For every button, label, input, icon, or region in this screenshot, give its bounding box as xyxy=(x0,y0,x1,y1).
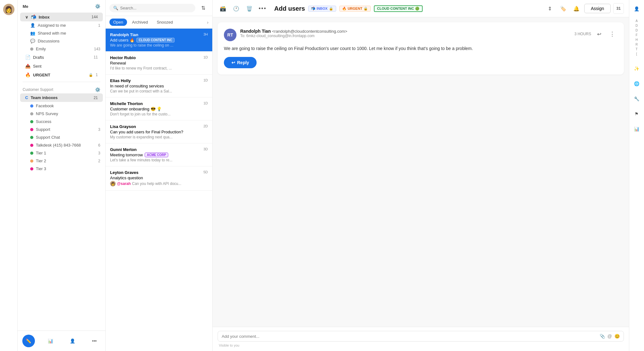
message-time-5: 3D xyxy=(203,147,208,151)
sidebar-item-shared[interactable]: 👥 Shared with me xyxy=(18,29,105,37)
shared-label: Shared with me xyxy=(38,31,66,36)
sidebar-item-team-inboxes[interactable]: C Team inboxes 21 xyxy=(20,93,103,102)
right-contacts-icon[interactable]: 👤 xyxy=(632,4,642,14)
right-tool-icon[interactable]: 🔧 xyxy=(632,94,642,104)
message-subject-2: In need of consulting services xyxy=(110,84,208,88)
sidebar-item-sent[interactable]: 📤 Sent xyxy=(20,62,103,70)
message-sender-6: Leyton Graves xyxy=(110,170,138,175)
message-item-0[interactable]: Randolph Tian 3H Add users 🔥 CLOUD CONTE… xyxy=(106,29,212,52)
tier2-count: 2 xyxy=(98,159,100,163)
nav-stats-icon[interactable]: 📊 xyxy=(44,335,57,347)
main-content: 🗃️ 🕐 🗑️ ••• Add users 📬 INBOX 🔒 🔥 URGENT… xyxy=(213,0,629,351)
reply-label: Reply xyxy=(237,60,249,65)
right-flag-icon[interactable]: ⚑ xyxy=(632,109,642,119)
sort-icon[interactable]: ⇅ xyxy=(198,3,208,13)
up-down-icon[interactable]: ⇕ xyxy=(545,3,555,14)
assign-button[interactable]: Assign xyxy=(584,4,611,13)
sidebar-item-success[interactable]: Success xyxy=(18,118,105,125)
more-icon[interactable]: ••• xyxy=(257,3,268,14)
tier1-count: 3 xyxy=(98,151,100,155)
tab-archived[interactable]: Archived xyxy=(128,19,152,26)
search-input[interactable] xyxy=(120,6,192,10)
bookmark-icon[interactable]: 🏷️ xyxy=(558,3,569,14)
tier2-label: Tier 2 xyxy=(36,159,46,163)
nav-more-icon[interactable]: ••• xyxy=(88,335,101,347)
email-more-icon[interactable]: ⋮ xyxy=(607,29,618,39)
sidebar-me-section: Me ⚙️ xyxy=(18,0,105,13)
message-subject-5: Meeting tomorrow ACME CORP xyxy=(110,153,208,157)
team-inboxes-label: Team inboxes xyxy=(31,95,58,100)
sidebar-item-nps[interactable]: NPS Survey xyxy=(18,110,105,118)
facebook-label: Facebook xyxy=(36,103,54,108)
team-inboxes-count: 21 xyxy=(94,96,98,100)
sidebar-item-emily[interactable]: Emily 143 xyxy=(18,45,105,53)
sidebar-item-tier2[interactable]: Tier 2 2 xyxy=(18,157,105,165)
message-item-5[interactable]: Gunni Merton 3D Meeting tomorrow ACME CO… xyxy=(106,143,212,166)
reply-button[interactable]: ↩ Reply xyxy=(224,57,257,68)
message-item-4[interactable]: Lisa Grayson 2D Can you add users for Fi… xyxy=(106,120,212,143)
right-sparkle-icon[interactable]: ✨ xyxy=(632,64,642,74)
clock-icon[interactable]: 🕐 xyxy=(231,3,242,14)
emily-label: Emily xyxy=(36,47,46,51)
reply-quick-icon[interactable]: ↩ xyxy=(594,29,604,39)
attachment-icon[interactable]: 📎 xyxy=(600,334,605,339)
message-sender-3: Michelle Thorton xyxy=(110,101,143,106)
sidebar-item-support[interactable]: Support 3 xyxy=(18,125,105,133)
calendar-icon[interactable]: 31 xyxy=(613,3,624,14)
message-preview-4: My customer is expanding next qua... xyxy=(110,135,208,139)
email-card-0: RT Randolph Tian <randolph@cloudcontentc… xyxy=(218,22,624,75)
drafts-count: 11 xyxy=(94,55,98,59)
message-time-1: 1D xyxy=(203,55,208,59)
sidebar-item-tier3[interactable]: Tier 3 xyxy=(18,165,105,173)
emoji-icon[interactable]: 😊 xyxy=(614,334,620,339)
nav-contacts-icon[interactable]: 👤 xyxy=(66,335,79,347)
search-bar[interactable]: 🔍 xyxy=(109,4,195,12)
message-item-2[interactable]: Elias Holly 1D In need of consulting ser… xyxy=(106,75,212,98)
right-chart-icon[interactable]: 📊 xyxy=(632,124,642,134)
message-sender-5: Gunni Merton xyxy=(110,147,137,152)
sidebar-item-support-chat[interactable]: Support Chat xyxy=(18,133,105,141)
message-item-6[interactable]: Leyton Graves 5D Analytics question 👩 @s… xyxy=(106,166,212,191)
right-globe-icon[interactable]: 🌐 xyxy=(632,79,642,89)
bell-icon[interactable]: 🔔 xyxy=(571,3,582,14)
message-subject-0: Add users 🔥 CLOUD CONTENT INC xyxy=(110,38,208,42)
sidebar-settings-icon[interactable]: ⚙️ xyxy=(95,4,100,9)
tab-snoozed[interactable]: Snoozed xyxy=(153,19,176,26)
sidebar-item-assigned[interactable]: 👤 Assigned to me 1 xyxy=(18,21,105,29)
to-line: To: 6mkz-cloud_consulting@in.frontapp.co… xyxy=(240,34,571,38)
message-item-1[interactable]: Hector Rubio 1D Renewal I'd like to rene… xyxy=(106,52,212,75)
message-subject-3: Customer onboarding 😎 💡 xyxy=(110,107,208,111)
inbox-tag-icon: 📬 xyxy=(311,7,315,11)
tab-open[interactable]: Open xyxy=(109,19,127,26)
user-avatar[interactable]: 👩 xyxy=(3,4,14,15)
icon-rail: 👩 xyxy=(0,0,18,351)
message-item-3[interactable]: Michelle Thorton 1D Customer onboarding … xyxy=(106,98,212,120)
sidebar: Me ⚙️ ∨ 📬 Inbox 144 👤 Assigned to me 1 👥… xyxy=(18,0,106,351)
nav-compose-icon[interactable]: ✏️ xyxy=(22,335,35,347)
success-label: Success xyxy=(36,119,51,124)
tag-inbox: 📬 INBOX 🔒 xyxy=(308,6,336,12)
comment-input[interactable] xyxy=(222,334,597,339)
sidebar-item-discussions[interactable]: 💬 Discussions xyxy=(18,37,105,45)
drafts-label: Drafts xyxy=(33,55,91,60)
tab-bar: Open Archived Snoozed › xyxy=(106,16,212,29)
trash-icon[interactable]: 🗑️ xyxy=(244,3,255,14)
sidebar-item-talkdesk[interactable]: Talkdesk (415) 843-7668 6 xyxy=(18,141,105,149)
tag-urgent: 🔥 URGENT 🔒 xyxy=(339,6,371,12)
search-icon: 🔍 xyxy=(113,6,118,10)
tabs-more-icon[interactable]: › xyxy=(207,20,208,25)
sidebar-divider xyxy=(23,82,100,82)
sidebar-item-drafts[interactable]: 📄 Drafts 11 xyxy=(20,53,103,62)
sidebar-item-urgent[interactable]: 🔥 URGENT 🔒 1 xyxy=(20,70,103,79)
tier3-label: Tier 3 xyxy=(36,166,46,171)
sidebar-item-facebook[interactable]: Facebook xyxy=(18,102,105,110)
sender-avatar: RT xyxy=(224,29,236,41)
sidebar-item-inbox[interactable]: ∨ 📬 Inbox 144 xyxy=(20,13,103,21)
archive-icon[interactable]: 🗃️ xyxy=(218,3,228,14)
sidebar-item-tier1[interactable]: Tier 1 3 xyxy=(18,149,105,157)
message-tag-5: ACME CORP xyxy=(145,153,168,157)
at-mention-icon[interactable]: @ xyxy=(608,334,612,339)
customer-support-settings-icon[interactable]: ⚙️ xyxy=(95,87,100,92)
message-preview-2: Can we be put in contact with a Sal... xyxy=(110,89,208,93)
sidebar-me-label: Me xyxy=(23,4,28,9)
